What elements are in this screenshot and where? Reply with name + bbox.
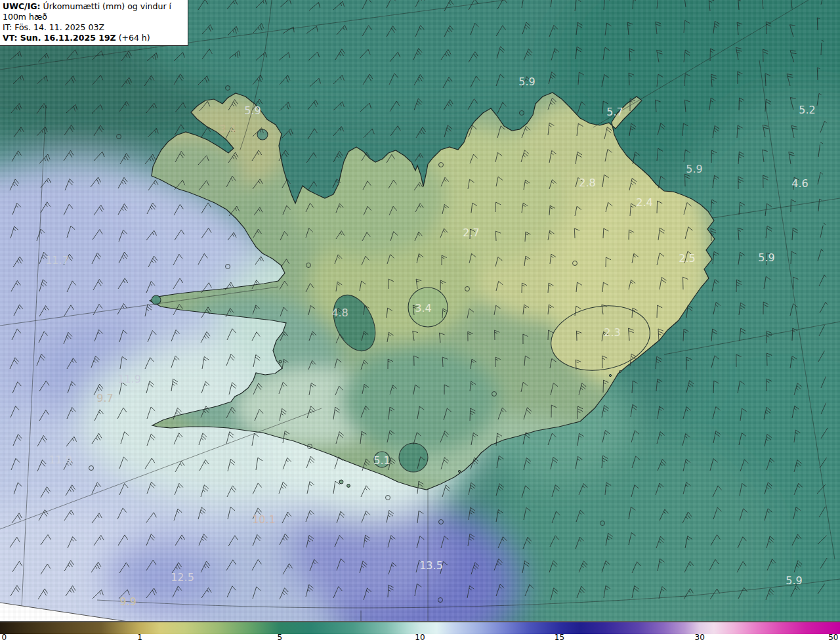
precip-value-label: 11.9 xyxy=(49,454,72,466)
precip-value-label: 11.7 xyxy=(45,254,69,267)
precip-value-label: 5.9 xyxy=(518,75,535,88)
colorbar-tick-1: 1 xyxy=(137,633,142,642)
precip-value-label: 5.9 xyxy=(686,163,702,175)
title-box: UWC/IG: Úrkomumætti (mm) og vindur í 100… xyxy=(0,0,188,46)
precip-value-label: 5.9 xyxy=(758,251,774,264)
colorbar-tick-15: 15 xyxy=(555,633,564,642)
colorbar-tick-0: 0 xyxy=(2,633,7,642)
precip-value-label: 5.9 xyxy=(244,104,261,117)
precip-value-label: 2.5 xyxy=(679,252,695,265)
precip-value-label: 2.7 xyxy=(463,226,479,239)
precip-value-label: 3.4 xyxy=(415,302,431,314)
precip-value-label: 5.2 xyxy=(799,104,815,116)
colorbar-tick-labels: 01510153050 xyxy=(0,634,840,642)
precip-value-label: 13.5 xyxy=(419,559,443,572)
colorbar-tick-50: 50 xyxy=(828,633,838,642)
precip-value-label: 9.9 xyxy=(119,595,136,608)
precip-value-label: 5.1 xyxy=(373,454,390,467)
weather-map-page: 6.15.93.45.95.75.25.94.62.82.42.75.92.51… xyxy=(0,0,840,642)
map-area: 6.15.93.45.95.75.25.94.62.82.42.75.92.51… xyxy=(0,0,840,642)
valid-time: VT: Sun. 16.11.2025 19Z xyxy=(3,33,116,43)
colorbar-tick-10: 10 xyxy=(415,633,425,642)
precip-value-label: 5.7 xyxy=(606,106,623,118)
precip-value-label: 4.8 xyxy=(331,307,348,319)
precip-value-label: 9.7 xyxy=(96,392,113,404)
precip-value-label: 5.9 xyxy=(786,574,802,587)
title-line-1: UWC/IG: Úrkomumætti (mm) og vindur í 100… xyxy=(3,1,185,22)
precip-value-label: 3.4 xyxy=(219,123,236,135)
colorbar-tick-5: 5 xyxy=(277,633,282,642)
precip-value-label: 2.8 xyxy=(579,177,595,189)
precip-value-label: 11.9 xyxy=(117,373,141,385)
precip-value-label: 2.4 xyxy=(636,196,652,209)
title-line-3: VT: Sun. 16.11.2025 19Z (+64 h) xyxy=(3,33,185,43)
precip-value-label: 10.1 xyxy=(252,513,276,526)
forecast-lead: (+64 h) xyxy=(116,33,150,43)
model-id: UWC/IG: xyxy=(3,1,41,11)
init-time: IT: Fös. 14. 11. 2025 03Z xyxy=(3,22,185,33)
colorbar-tick-30: 30 xyxy=(695,633,705,642)
weather-map: 6.15.93.45.95.75.25.94.62.82.42.75.92.51… xyxy=(0,0,840,642)
precip-value-label: 2.3 xyxy=(604,326,620,339)
precip-value-label: 12.5 xyxy=(171,571,194,584)
precip-value-label: 4.6 xyxy=(791,177,808,190)
